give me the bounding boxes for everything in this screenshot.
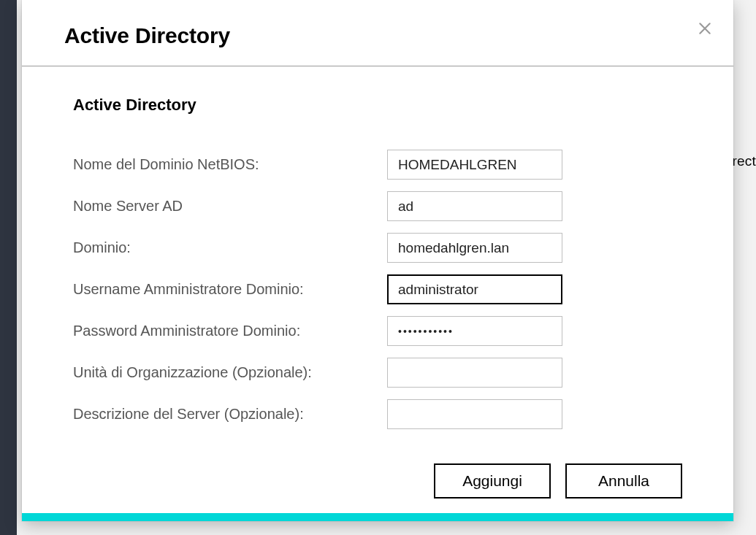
modal-header: Active Directory: [22, 0, 733, 66]
input-adminpass[interactable]: [387, 316, 562, 346]
close-button[interactable]: [694, 18, 716, 39]
active-directory-modal: Active Directory Active Directory Nome d…: [22, 0, 733, 521]
label-domain: Dominio:: [73, 239, 387, 256]
modal-body: Active Directory Nome del Dominio NetBIO…: [22, 66, 733, 434]
row-orgunit: Unità di Organizzazione (Opzionale):: [73, 358, 682, 388]
label-adminpass: Password Amministratore Dominio:: [73, 323, 387, 339]
label-netbios: Nome del Dominio NetBIOS:: [73, 156, 387, 173]
cancel-button[interactable]: Annulla: [565, 463, 682, 499]
add-button[interactable]: Aggiungi: [434, 463, 551, 499]
label-serverdesc: Descrizione del Server (Opzionale):: [73, 406, 387, 423]
input-netbios[interactable]: [387, 150, 562, 180]
row-adminuser: Username Amministratore Dominio:: [73, 274, 682, 304]
row-adserver: Nome Server AD: [73, 191, 682, 221]
section-title: Active Directory: [73, 96, 682, 115]
input-serverdesc[interactable]: [387, 399, 562, 429]
label-orgunit: Unità di Organizzazione (Opzionale):: [73, 364, 387, 381]
row-adminpass: Password Amministratore Dominio:: [73, 316, 682, 346]
input-orgunit[interactable]: [387, 358, 562, 388]
modal-title: Active Directory: [64, 23, 701, 48]
row-domain: Dominio:: [73, 233, 682, 263]
close-icon: [698, 21, 712, 36]
button-row: Aggiungi Annulla: [22, 434, 733, 513]
input-adminuser[interactable]: [387, 274, 562, 304]
modal-accent-bar: [22, 513, 733, 521]
row-serverdesc: Descrizione del Server (Opzionale):: [73, 399, 682, 429]
label-adserver: Nome Server AD: [73, 198, 387, 215]
label-adminuser: Username Amministratore Dominio:: [73, 281, 387, 298]
input-adserver[interactable]: [387, 191, 562, 221]
row-netbios: Nome del Dominio NetBIOS:: [73, 150, 682, 180]
input-domain[interactable]: [387, 233, 562, 263]
